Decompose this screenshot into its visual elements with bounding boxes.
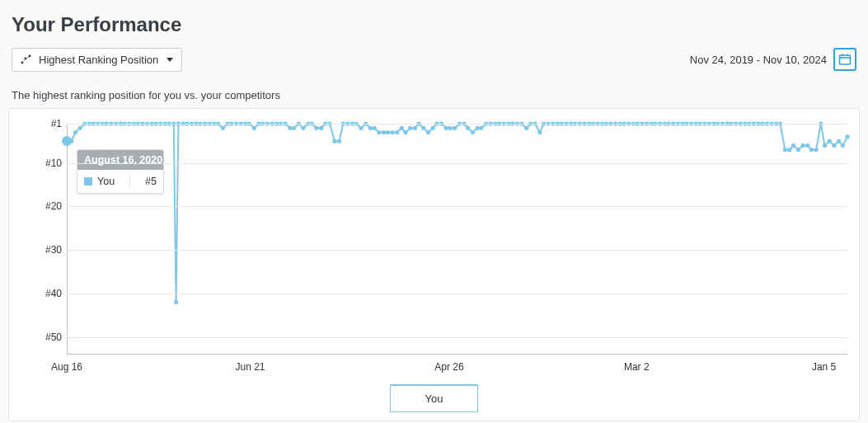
y-tick-label: #20 <box>39 200 62 212</box>
svg-point-174 <box>805 143 809 148</box>
svg-point-43 <box>221 126 225 130</box>
svg-point-173 <box>800 143 805 148</box>
scatter-chart-icon <box>21 54 32 65</box>
svg-point-178 <box>823 143 827 148</box>
x-tick-label: Apr 26 <box>434 361 463 373</box>
grid-line <box>67 250 847 251</box>
tooltip-date: August 16, 2020 <box>77 150 163 170</box>
grid-line <box>67 163 847 164</box>
calendar-button[interactable] <box>833 48 856 71</box>
svg-point-32 <box>174 300 178 304</box>
date-range-group: Nov 24, 2019 - Nov 10, 2024 <box>690 48 856 71</box>
highlight-dot <box>62 136 72 146</box>
svg-point-59 <box>292 126 296 130</box>
svg-point-101 <box>479 126 483 130</box>
svg-point-88 <box>421 126 425 130</box>
svg-point-80 <box>386 130 390 134</box>
tooltip-divider <box>129 175 130 188</box>
svg-point-85 <box>408 126 412 130</box>
svg-point-183 <box>845 134 849 139</box>
svg-point-76 <box>368 126 373 130</box>
svg-point-89 <box>426 130 430 134</box>
svg-point-100 <box>476 126 480 130</box>
chart-card: August 16, 2020 You #5 #1#10#20#30#40#50… <box>8 108 860 421</box>
line-series <box>67 124 847 355</box>
tooltip: August 16, 2020 You #5 <box>77 149 164 194</box>
controls-row: Highest Ranking Position Nov 24, 2019 - … <box>0 45 868 74</box>
chart-subtitle: The highest ranking position for you vs.… <box>0 74 868 108</box>
metric-dropdown[interactable]: Highest Ranking Position <box>12 48 182 72</box>
svg-point-175 <box>809 148 814 152</box>
svg-point-58 <box>288 126 292 130</box>
grid-line <box>67 124 847 125</box>
svg-point-181 <box>837 139 841 143</box>
tooltip-swatch <box>84 177 92 186</box>
caret-down-icon <box>167 58 173 62</box>
svg-rect-3 <box>840 55 851 64</box>
svg-point-93 <box>444 126 448 130</box>
svg-point-64 <box>314 126 318 130</box>
date-range-text: Nov 24, 2019 - Nov 10, 2024 <box>690 54 827 66</box>
svg-point-114 <box>537 130 542 134</box>
page-title: Your Performance <box>0 0 868 45</box>
svg-point-179 <box>828 139 832 143</box>
y-tick-label: #10 <box>39 157 62 169</box>
tooltip-value: #5 <box>145 176 157 187</box>
svg-point-176 <box>814 148 819 152</box>
y-tick-label: #50 <box>39 331 62 343</box>
y-tick-label: #30 <box>39 244 62 256</box>
svg-point-82 <box>395 130 399 134</box>
dropdown-label: Highest Ranking Position <box>39 54 158 66</box>
svg-point-69 <box>337 139 341 143</box>
y-tick-label: #1 <box>39 118 62 129</box>
calendar-icon <box>838 53 852 66</box>
legend-you[interactable]: You <box>390 384 479 412</box>
y-tick-label: #40 <box>39 288 62 299</box>
x-tick-label: Aug 16 <box>51 361 82 373</box>
svg-point-90 <box>431 126 435 130</box>
svg-point-169 <box>783 148 787 152</box>
svg-point-170 <box>787 148 791 152</box>
grid-line <box>67 294 847 294</box>
svg-point-171 <box>791 143 795 148</box>
svg-point-86 <box>413 126 417 130</box>
svg-point-74 <box>359 126 363 130</box>
svg-point-180 <box>832 143 836 148</box>
x-tick-label: Jan 5 <box>812 361 836 373</box>
svg-point-10 <box>77 126 82 130</box>
svg-point-182 <box>841 143 845 148</box>
svg-point-84 <box>403 130 407 134</box>
svg-point-9 <box>73 130 77 134</box>
svg-point-68 <box>332 139 336 143</box>
svg-point-83 <box>400 126 404 130</box>
svg-point-79 <box>382 130 386 134</box>
svg-point-81 <box>390 130 394 134</box>
grid-line <box>67 337 847 338</box>
svg-point-98 <box>466 126 470 130</box>
grid-line <box>67 206 847 207</box>
svg-point-99 <box>471 130 475 134</box>
svg-point-78 <box>377 130 381 134</box>
svg-point-50 <box>252 126 256 130</box>
svg-point-65 <box>319 126 323 130</box>
svg-point-95 <box>453 126 457 130</box>
x-tick-label: Jun 21 <box>236 361 265 373</box>
plot-area[interactable]: August 16, 2020 You #5 #1#10#20#30#40#50… <box>67 124 847 355</box>
svg-point-111 <box>524 126 528 130</box>
svg-point-77 <box>373 126 377 130</box>
x-tick-label: Mar 2 <box>624 361 650 373</box>
svg-point-94 <box>448 126 452 130</box>
tooltip-series-label: You <box>97 176 115 187</box>
svg-point-172 <box>796 148 800 152</box>
svg-point-61 <box>301 126 305 130</box>
